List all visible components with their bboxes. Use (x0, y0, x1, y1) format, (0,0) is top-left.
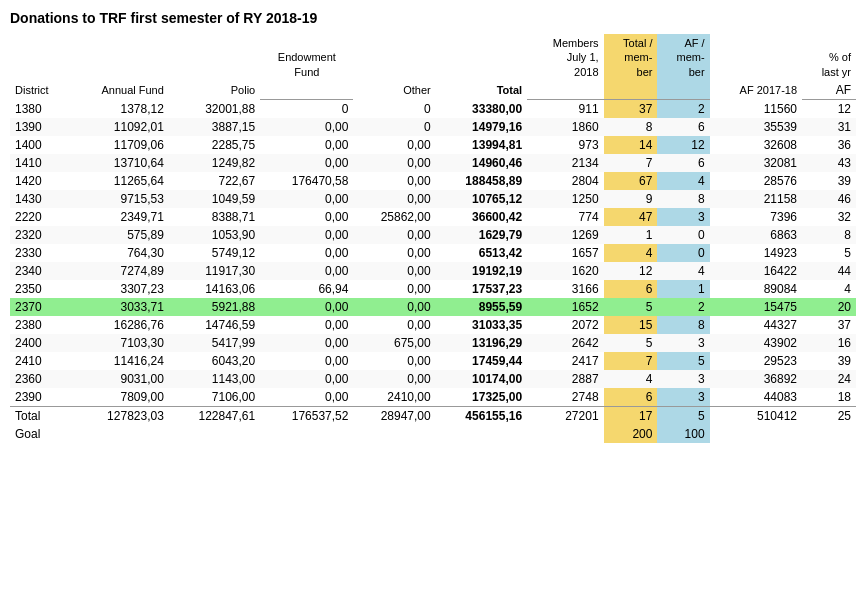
table-cell: 66,94 (260, 280, 353, 298)
col-members-sub (527, 81, 603, 100)
col-district: District (10, 34, 70, 99)
total-other: 28947,00 (353, 406, 435, 425)
table-cell: 4 (802, 280, 856, 298)
table-row: 22202349,718388,710,0025862,0036600,4277… (10, 208, 856, 226)
table-cell: 1430 (10, 190, 70, 208)
table-cell: 7396 (710, 208, 802, 226)
col-total-member-sub (604, 81, 658, 100)
total-annual-fund: 127823,03 (70, 406, 169, 425)
table-cell: 7809,00 (70, 388, 169, 407)
table-cell: 14960,46 (436, 154, 527, 172)
table-footer: Total 127823,03 122847,61 176537,52 2894… (10, 406, 856, 443)
table-cell: 11416,24 (70, 352, 169, 370)
donations-table: District Annual Fund Polio EndowmentFund… (10, 34, 856, 443)
table-cell: 2360 (10, 370, 70, 388)
table-cell: 33380,00 (436, 99, 527, 118)
table-cell: 46 (802, 190, 856, 208)
table-cell: 0,00 (353, 172, 435, 190)
table-cell: 11265,64 (70, 172, 169, 190)
col-annual-fund: Annual Fund (70, 34, 169, 99)
table-cell: 176470,58 (260, 172, 353, 190)
table-cell: 2220 (10, 208, 70, 226)
table-row: 24007103,305417,990,00675,0013196,292642… (10, 334, 856, 352)
goal-af-per-member: 100 (657, 425, 709, 443)
table-cell: 14746,59 (169, 316, 260, 334)
table-cell: 1410 (10, 154, 70, 172)
total-per-member: 17 (604, 406, 658, 425)
table-cell: 0,00 (353, 190, 435, 208)
table-cell: 2748 (527, 388, 603, 407)
table-cell: 0 (353, 99, 435, 118)
table-cell: 11709,06 (70, 136, 169, 154)
table-cell: 5 (802, 244, 856, 262)
table-cell: 6 (657, 154, 709, 172)
table-cell: 0,00 (353, 262, 435, 280)
table-cell: 28576 (710, 172, 802, 190)
table-cell: 5749,12 (169, 244, 260, 262)
col-af-label: AF (802, 81, 856, 100)
table-cell: 1249,82 (169, 154, 260, 172)
table-cell: 2 (657, 99, 709, 118)
table-cell: 774 (527, 208, 603, 226)
table-cell: 2349,71 (70, 208, 169, 226)
table-cell: 6 (604, 388, 658, 407)
table-cell: 37 (604, 99, 658, 118)
table-cell: 11560 (710, 99, 802, 118)
table-cell: 7274,89 (70, 262, 169, 280)
table-cell: 9715,53 (70, 190, 169, 208)
table-cell: 0 (353, 118, 435, 136)
table-cell: 0,00 (260, 190, 353, 208)
table-cell: 25862,00 (353, 208, 435, 226)
table-cell: 7103,30 (70, 334, 169, 352)
table-row: 23407274,8911917,300,000,0019192,1916201… (10, 262, 856, 280)
table-cell: 89084 (710, 280, 802, 298)
table-cell: 1420 (10, 172, 70, 190)
table-cell: 6 (657, 118, 709, 136)
table-cell: 0,00 (353, 280, 435, 298)
table-cell: 0,00 (353, 154, 435, 172)
table-row: 141013710,641249,820,000,0014960,4621347… (10, 154, 856, 172)
table-cell: 0 (657, 244, 709, 262)
goal-total-per-member: 200 (604, 425, 658, 443)
table-cell: 0,00 (260, 154, 353, 172)
table-cell: 17537,23 (436, 280, 527, 298)
table-cell: 44327 (710, 316, 802, 334)
col-total: Total (436, 34, 527, 99)
table-cell: 2370 (10, 298, 70, 316)
table-cell: 32081 (710, 154, 802, 172)
table-cell: 1250 (527, 190, 603, 208)
table-cell: 3 (657, 388, 709, 407)
total-label: Total (10, 406, 70, 425)
col-other: Other (353, 34, 435, 99)
table-cell: 47 (604, 208, 658, 226)
goal-row: Goal 200 100 (10, 425, 856, 443)
table-row: 23703033,715921,880,000,008955,591652521… (10, 298, 856, 316)
table-cell: 8388,71 (169, 208, 260, 226)
table-cell: 2072 (527, 316, 603, 334)
table-row: 241011416,246043,200,000,0017459,4424177… (10, 352, 856, 370)
table-row: 23609031,001143,000,000,0010174,00288743… (10, 370, 856, 388)
total-row: Total 127823,03 122847,61 176537,52 2894… (10, 406, 856, 425)
table-cell: 44083 (710, 388, 802, 407)
table-cell: 16 (802, 334, 856, 352)
col-pct-last-yr: % oflast yr (802, 34, 856, 81)
table-cell: 15475 (710, 298, 802, 316)
table-cell: 36892 (710, 370, 802, 388)
table-cell: 911 (527, 99, 603, 118)
table-cell: 2320 (10, 226, 70, 244)
table-cell: 0 (260, 99, 353, 118)
table-cell: 5921,88 (169, 298, 260, 316)
table-row: 140011709,062285,750,000,0013994,8197314… (10, 136, 856, 154)
table-cell: 6863 (710, 226, 802, 244)
table-cell: 10174,00 (436, 370, 527, 388)
table-cell: 3887,15 (169, 118, 260, 136)
total-total: 456155,16 (436, 406, 527, 425)
col-endowment: EndowmentFund (260, 34, 353, 81)
table-cell: 2380 (10, 316, 70, 334)
table-cell: 1860 (527, 118, 603, 136)
table-cell: 32608 (710, 136, 802, 154)
table-cell: 39 (802, 352, 856, 370)
table-cell: 4 (657, 262, 709, 280)
table-cell: 16286,76 (70, 316, 169, 334)
table-cell: 32001,88 (169, 99, 260, 118)
